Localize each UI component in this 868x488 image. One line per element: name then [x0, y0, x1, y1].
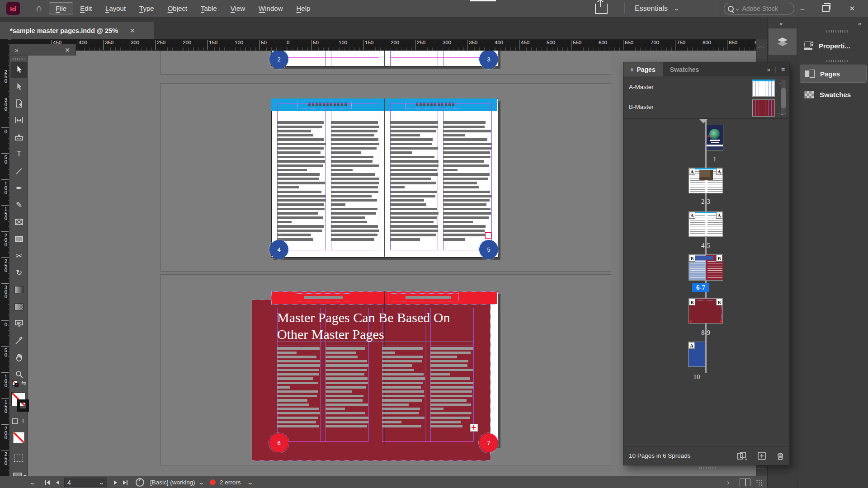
page-label-4-5[interactable]: 4-5 [689, 242, 723, 249]
home-icon[interactable]: ⌂ [32, 1, 46, 15]
page-thumbnail-6-7[interactable]: BB [689, 254, 723, 281]
panel-menu-icon[interactable]: ≡ [781, 66, 785, 73]
status-chevron-icon[interactable]: ⌄ [30, 476, 35, 488]
masters-scroll-thumb[interactable] [781, 88, 786, 108]
page-thumbnail-10[interactable]: A [688, 342, 705, 367]
edit-page-size-icon[interactable] [737, 452, 747, 460]
page-label-6-7[interactable]: 6-7 [692, 283, 709, 292]
dock-grip[interactable] [826, 30, 849, 33]
panel-expand-icon[interactable]: » [767, 66, 770, 73]
dock-grip[interactable] [826, 60, 849, 62]
page-tool[interactable] [10, 95, 28, 112]
panel-resize-grip[interactable] [699, 467, 717, 469]
menu-file[interactable]: File [49, 2, 73, 14]
direct-selection-tool[interactable] [10, 78, 28, 95]
swatches-panel-button[interactable]: Swatches [800, 85, 867, 103]
preflight-icon[interactable] [136, 476, 144, 488]
page-label-2-3[interactable]: 2-3 [689, 198, 723, 206]
previous-page-button[interactable] [56, 476, 59, 488]
search-input[interactable] [741, 5, 779, 13]
formatting-text-icon[interactable]: T [21, 418, 25, 424]
gap-tool[interactable] [10, 112, 28, 129]
page-thumbnail-8-9[interactable]: BB [689, 298, 723, 324]
last-page-button[interactable] [123, 476, 127, 488]
gradient-swatch-tool[interactable] [10, 282, 28, 299]
next-page-button[interactable] [114, 476, 117, 488]
type-tool[interactable]: T [10, 146, 28, 163]
chevron-right-icon[interactable]: › [727, 476, 729, 488]
scroll-up-icon[interactable]: ︿ [758, 43, 766, 50]
pencil-tool[interactable]: ✎ [10, 197, 28, 214]
menu-edit[interactable]: Edit [73, 2, 99, 14]
minimize-button[interactable]: – [792, 0, 813, 17]
close-button[interactable]: ✕ [842, 0, 863, 17]
preflight-preset[interactable]: [Basic] (working) [150, 476, 195, 488]
resize-grip[interactable] [756, 476, 763, 488]
page-label-8-9[interactable]: 8-9 [689, 329, 723, 337]
a-master-thumbnail[interactable] [752, 80, 775, 97]
page-thumbnail-4-5[interactable]: AA [689, 211, 723, 237]
eyedropper-tool[interactable] [10, 332, 28, 349]
menu-help[interactable]: Help [289, 2, 317, 14]
masters-scroll-down-icon[interactable]: ﹀ [778, 111, 787, 119]
page-thumbnail-2-3[interactable]: AA [689, 168, 723, 193]
page-number-field[interactable]: 4 ⌄ [64, 478, 107, 487]
tools-panel-header[interactable]: » ✕ [9, 44, 76, 56]
restore-button[interactable] [816, 0, 836, 17]
menu-object[interactable]: Object [161, 2, 194, 14]
error-count-label[interactable]: 2 errors [220, 476, 241, 488]
layers-panel-button[interactable] [769, 28, 797, 55]
master-row-a[interactable]: A-Master [623, 79, 789, 98]
scissors-tool[interactable]: ✂ [10, 248, 28, 265]
spread-view-icon[interactable] [740, 476, 750, 488]
swap-fill-stroke-icon[interactable]: ⇆ [21, 380, 26, 386]
menu-view[interactable]: View [224, 2, 252, 14]
collapse-panels-icon[interactable]: « [858, 20, 860, 27]
tools-close-icon[interactable]: ✕ [65, 47, 70, 54]
content-collector-tool[interactable] [10, 129, 28, 146]
stroke-swatch[interactable] [17, 399, 29, 412]
chevron-down-icon[interactable]: ⌄ [248, 476, 253, 488]
workspace-switcher[interactable]: Essentials ⌄ [635, 0, 679, 17]
gradient-feather-tool[interactable] [10, 298, 28, 315]
formatting-container-icon[interactable] [12, 418, 18, 424]
note-tool[interactable] [10, 315, 28, 333]
line-tool[interactable] [10, 163, 28, 180]
default-fill-stroke-icon[interactable] [12, 380, 19, 387]
apply-none-button[interactable] [13, 432, 24, 443]
free-transform-tool[interactable]: ↻ [10, 264, 28, 282]
menu-layout[interactable]: Layout [99, 2, 132, 14]
pages-panel-footer: 10 Pages in 6 Spreads [623, 446, 789, 465]
page-label-10[interactable]: 10 [688, 373, 705, 381]
pages-panel-button[interactable]: Pages [800, 65, 867, 83]
collapse-panels-icon[interactable]: « [779, 20, 782, 27]
page-thumbnail-1[interactable] [706, 125, 723, 150]
pen-tool[interactable]: ✒ [10, 180, 28, 197]
menu-type[interactable]: Type [132, 2, 161, 14]
b-master-thumbnail[interactable] [752, 99, 775, 117]
view-options-icon[interactable] [14, 455, 23, 462]
tab-close-icon[interactable]: ✕ [130, 27, 135, 34]
adobe-stock-search[interactable]: ⌄ [724, 3, 794, 14]
document-tab[interactable]: *sample master pages.indd @ 25% ✕ [0, 22, 154, 39]
tools-grip[interactable] [13, 58, 24, 60]
delete-page-icon[interactable] [777, 452, 784, 460]
rectangle-tool[interactable] [10, 230, 28, 248]
chevron-down-icon[interactable]: ⌄ [199, 476, 204, 488]
hand-tool[interactable] [10, 349, 28, 366]
panel-more-icon[interactable]: » [15, 47, 19, 54]
share-icon[interactable] [595, 4, 608, 14]
rectangle-frame-tool[interactable] [10, 214, 28, 231]
tab-swatches[interactable]: Swatches [663, 62, 707, 76]
properties-panel-button[interactable]: Properti... [800, 37, 867, 55]
first-page-button[interactable] [45, 476, 50, 488]
create-page-icon[interactable] [758, 452, 766, 460]
menu-table[interactable]: Table [194, 2, 224, 14]
scroll-down-icon[interactable]: ﹀ [758, 466, 766, 473]
tab-pages[interactable]: ◊ Pages [623, 62, 663, 76]
menu-window[interactable]: Window [252, 2, 289, 14]
page-label-1[interactable]: 1 [706, 155, 723, 163]
master-row-b[interactable]: B-Master [623, 99, 789, 117]
selection-tool[interactable] [10, 61, 28, 78]
indesign-logo[interactable]: Id [6, 2, 20, 15]
